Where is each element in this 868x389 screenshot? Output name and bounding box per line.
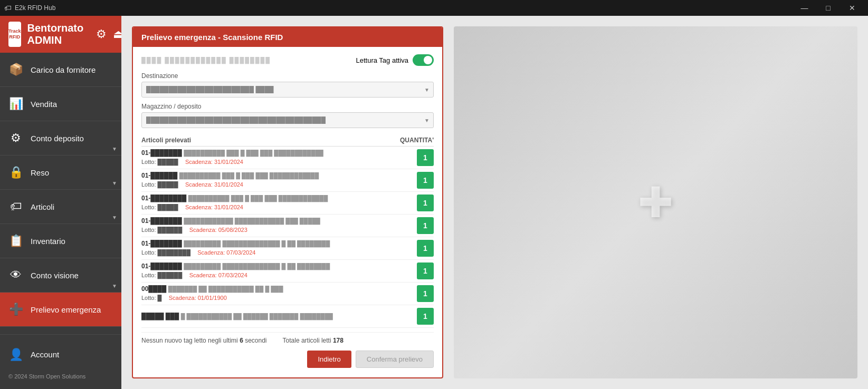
article-expiry: Scadenza: 01/01/1900 — [169, 295, 227, 301]
sidebar-label-articoli: Articoli — [31, 202, 54, 211]
article-desc: ██████████ ███ █ ███ ███ ████████████ — [188, 195, 328, 201]
article-lot-expiry: Lotto: █████ Scadenza: 31/01/2024 — [141, 202, 413, 211]
table-row: 01-███████ ██████████ ███ █ ███ ███ ████… — [141, 147, 434, 169]
reso-icon: 🔒 — [8, 166, 23, 179]
modal-body: ████ ████████████ ████████ Lettura Tag a… — [133, 47, 442, 377]
article-expiry: Scadenza: 07/03/2024 — [197, 249, 255, 256]
destinazione-label: Destinazione — [141, 72, 434, 80]
sidebar-label-conto-visione: Conto visione — [31, 271, 79, 280]
sidebar-item-account[interactable]: 👤 Account — [0, 340, 121, 369]
sidebar-item-vendita[interactable]: 📊 Vendita — [0, 87, 121, 121]
rfid-toggle-label-text: Lettura Tag attiva — [356, 56, 409, 64]
article-info: █████ ███ █ ███████████ ██ ██████ ██████… — [141, 313, 413, 320]
article-lot-expiry: Lotto: █████ Scadenza: 31/01/2024 — [141, 157, 413, 166]
qty-badge: 1 — [417, 262, 434, 279]
qty-badge: 1 — [417, 308, 434, 325]
close-button[interactable]: ✕ — [840, 0, 864, 16]
article-desc: ██████████ ███ █ ███ ███ ████████████ — [184, 150, 323, 156]
footer-copyright: © 2024 Storm Open Solutions — [0, 369, 121, 384]
table-row: 01-████████ ██████████ ███ █ ███ ███ ███… — [141, 192, 434, 215]
article-desc: ██████████ ███ █ ███ ███ ████████████ — [179, 172, 319, 179]
sidebar-item-conto-visione[interactable]: 👁 Conto visione ▼ — [0, 258, 121, 293]
sidebar-item-prelievo-emergenza[interactable]: ➕ Prelievo emergenza — [0, 293, 121, 327]
article-lot-expiry: Lotto: ████████ Scadenza: 07/03/2024 — [141, 247, 413, 257]
articles-list: 01-███████ ██████████ ███ █ ███ ███ ████… — [141, 147, 434, 332]
sidebar-label-reso: Reso — [31, 168, 49, 177]
article-lot: Lotto: ████████ — [141, 249, 190, 256]
status-prefix: Nessun nuovo tag letto negli ultimi — [141, 337, 238, 344]
article-desc: █ ███████████ ██ ██████ ███████ ████████ — [181, 313, 333, 319]
article-info: 01-██████ ██████████ ███ █ ███ ███ █████… — [141, 172, 413, 189]
qty-badge: 1 — [417, 240, 434, 257]
background-image-area: ✚ — [454, 26, 857, 378]
maximize-button[interactable]: □ — [816, 0, 840, 16]
sidebar-label-prelievo: Prelievo emergenza — [31, 305, 101, 314]
sidebar-item-reso[interactable]: 🔒 Reso ▼ — [0, 155, 121, 190]
article-lot: Lotto: █████ — [141, 181, 178, 188]
article-lot-expiry: Lotto: ██████ Scadenza: 05/08/2023 — [141, 225, 413, 234]
table-row: 01-███████ █████████ ██████████████ █ ██… — [141, 260, 434, 283]
article-lot-expiry: Lotto: █████ Scadenza: 31/01/2024 — [141, 179, 413, 189]
article-code: 01-███████ █████████ ██████████████ █ ██… — [141, 240, 413, 247]
conto-visione-arrow: ▼ — [112, 283, 117, 289]
article-info: 01-███████ ████████████ ████████████ ███… — [141, 217, 413, 234]
sidebar-item-carico-da-fornitore[interactable]: 📦 Carico da fornitore — [0, 53, 121, 87]
conto-deposito-icon: ⚙ — [8, 131, 23, 145]
sidebar-item-conto-deposito[interactable]: ⚙ Conto deposito ▼ — [0, 121, 121, 155]
logo-track: Track — [8, 28, 21, 34]
article-lot: Lotto: █████ — [141, 159, 178, 165]
article-info: 00████ ███████ ██ ███████████ ██ █ ███ L… — [141, 285, 413, 302]
article-expiry: Scadenza: 31/01/2024 — [185, 204, 243, 210]
table-row: 00████ ███████ ██ ███████████ ██ █ ███ L… — [141, 283, 434, 305]
minimize-button[interactable]: — — [793, 0, 816, 16]
inventario-icon: 📋 — [8, 234, 23, 248]
modal-header: Prelievo emergenza - Scansione RFID — [133, 27, 442, 47]
article-lot: Lotto: ██████ — [141, 227, 182, 233]
table-row: 01-██████ ██████████ ███ █ ███ ███ █████… — [141, 169, 434, 192]
qty-badge: 1 — [417, 149, 434, 166]
article-code: █████ ███ █ ███████████ ██ ██████ ██████… — [141, 313, 413, 320]
magazzino-select[interactable]: ████████████████████████████████████████ — [141, 112, 434, 128]
article-expiry: Scadenza: 31/01/2024 — [185, 181, 243, 188]
total-label: Totale articoli letti — [283, 337, 331, 344]
rfid-row: ████ ████████████ ████████ Lettura Tag a… — [141, 54, 434, 66]
sidebar-item-articoli[interactable]: 🏷 Articoli ▼ — [0, 190, 121, 224]
article-lot: Lotto: ██████ — [141, 272, 182, 278]
qty-col-header: QUANTITA' — [400, 137, 434, 144]
app-title: E2k RFID Hub — [15, 4, 55, 12]
table-row: 01-███████ ████████████ ████████████ ███… — [141, 215, 434, 237]
main-content: Prelievo emergenza - Scansione RFID ████… — [121, 16, 868, 389]
account-icon: 👤 — [8, 348, 23, 362]
article-code: 01-████████ ██████████ ███ █ ███ ███ ███… — [141, 194, 413, 202]
article-expiry: Scadenza: 05/08/2023 — [189, 227, 247, 233]
article-desc: █████████ ██████████████ █ ██ ████████ — [184, 240, 330, 247]
app-header: Track RFID Bentornato ADMIN ⚙ ⏏ — [0, 16, 121, 53]
rfid-toggle-switch[interactable] — [413, 54, 434, 66]
sidebar-label-account: Account — [31, 350, 59, 359]
conto-visione-icon: 👁 — [8, 268, 23, 282]
settings-button[interactable]: ⚙ — [96, 24, 107, 45]
sidebar-label-inventario: Inventario — [31, 237, 65, 246]
article-lot: Lotto: █████ — [141, 204, 178, 210]
status-text: Nessun nuovo tag letto negli ultimi 6 se… — [141, 337, 267, 344]
articles-col-header: Articoli prelevati — [141, 137, 191, 144]
status-suffix: secondi — [245, 337, 266, 344]
back-button[interactable]: Indietro — [307, 351, 351, 368]
sidebar-item-inventario[interactable]: 📋 Inventario — [0, 224, 121, 258]
prelievo-icon: ➕ — [8, 303, 23, 316]
destinazione-select[interactable]: ████████████████████████ ████ — [141, 82, 434, 98]
magazzino-select-wrapper: ████████████████████████████████████████ — [141, 112, 434, 128]
articoli-icon: 🏷 — [8, 200, 23, 213]
article-desc: █████████ ██████████████ █ ██ ████████ — [184, 263, 330, 269]
window-controls: — □ ✕ — [793, 0, 864, 16]
article-info: 01-███████ █████████ ██████████████ █ ██… — [141, 262, 413, 279]
qty-badge: 1 — [417, 172, 434, 189]
article-code: 00████ ███████ ██ ███████████ ██ █ ███ — [141, 285, 413, 293]
modal-title: Prelievo emergenza - Scansione RFID — [141, 33, 283, 42]
vendita-icon: 📊 — [8, 97, 23, 111]
sidebar-label-carico: Carico da fornitore — [31, 65, 96, 74]
cross-icon: ✚ — [638, 178, 673, 227]
article-code: 01-███████ █████████ ██████████████ █ ██… — [141, 262, 413, 270]
article-code: 01-███████ ██████████ ███ █ ███ ███ ████… — [141, 149, 413, 157]
destinazione-select-wrapper: ████████████████████████ ████ — [141, 82, 434, 98]
